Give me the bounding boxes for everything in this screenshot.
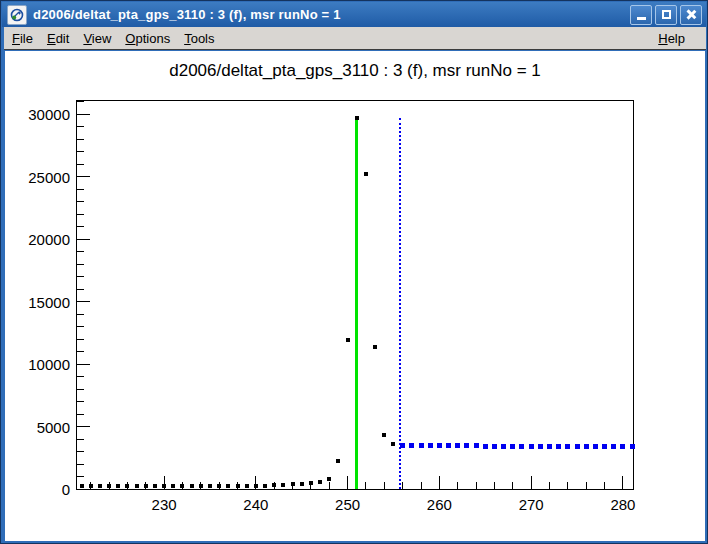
y-minor-tick — [77, 389, 84, 390]
x-tick-label: 230 — [136, 496, 192, 513]
y-minor-tick — [77, 164, 84, 165]
x-minor-tick — [604, 482, 605, 489]
y-major-tick — [77, 489, 90, 490]
histogram-data-point — [291, 482, 295, 486]
histogram-data-point — [373, 345, 377, 349]
post-first-good-bin-data-point — [556, 444, 561, 449]
post-first-good-bin-data-point — [501, 444, 506, 449]
histogram-data-point — [135, 484, 139, 488]
y-tick-label: 10000 — [8, 356, 70, 373]
histogram-data-point — [107, 484, 111, 488]
menubar: FileEditViewOptionsTools Help — [4, 27, 706, 50]
y-tick-label: 30000 — [8, 106, 70, 123]
histogram-data-point — [116, 484, 120, 488]
post-first-good-bin-data-point — [593, 444, 598, 449]
x-tick-label: 240 — [228, 496, 284, 513]
x-minor-tick — [549, 482, 550, 489]
histogram-data-point — [180, 484, 184, 488]
x-minor-tick — [329, 482, 330, 489]
post-first-good-bin-data-point — [400, 443, 405, 448]
histogram-data-point — [391, 442, 395, 446]
close-icon — [686, 9, 697, 20]
histogram-data-point — [125, 484, 129, 488]
y-minor-tick — [77, 151, 84, 152]
post-first-good-bin-data-point — [630, 444, 635, 449]
histogram-data-point — [217, 484, 221, 488]
root-canvas-window: d2006/deltat_pta_gps_3110 : 3 (f), msr r… — [0, 0, 708, 544]
post-first-good-bin-data-point — [602, 444, 607, 449]
x-major-tick — [622, 476, 623, 489]
post-first-good-bin-data-point — [529, 444, 534, 449]
y-major-tick — [77, 426, 90, 427]
close-button[interactable] — [680, 5, 702, 25]
x-major-tick — [347, 476, 348, 489]
y-minor-tick — [77, 339, 84, 340]
x-minor-tick — [402, 482, 403, 489]
x-tick-label: 250 — [320, 496, 376, 513]
menu-help[interactable]: Help — [658, 31, 685, 46]
y-minor-tick — [77, 189, 84, 190]
post-first-good-bin-data-point — [611, 444, 616, 449]
y-minor-tick — [77, 314, 84, 315]
histogram-data-point — [346, 338, 350, 342]
histogram-data-point — [300, 482, 304, 486]
histogram-data-point — [382, 433, 386, 437]
post-first-good-bin-data-point — [419, 443, 424, 448]
x-minor-tick — [586, 482, 587, 489]
y-minor-tick — [77, 276, 84, 277]
histogram-data-point — [318, 480, 322, 484]
y-minor-tick — [77, 264, 84, 265]
minimize-icon — [637, 17, 646, 20]
post-first-good-bin-data-point — [455, 443, 460, 448]
y-minor-tick — [77, 201, 84, 202]
y-major-tick — [77, 114, 90, 115]
y-minor-tick — [77, 439, 84, 440]
y-tick-label: 5000 — [8, 419, 70, 436]
y-minor-tick — [77, 214, 84, 215]
root-logo-icon — [7, 5, 27, 25]
menu-tools[interactable]: Tools — [184, 31, 214, 46]
menu-edit[interactable]: Edit — [47, 31, 69, 46]
plot-canvas[interactable]: d2006/deltat_pta_gps_3110 : 3 (f), msr r… — [5, 51, 705, 541]
histogram-data-point — [236, 484, 240, 488]
menu-view[interactable]: View — [83, 31, 111, 46]
t0-line — [355, 118, 358, 489]
y-minor-tick — [77, 326, 84, 327]
plot-area[interactable]: 2302402502602702800500010000150002000025… — [5, 51, 705, 541]
histogram-data-point — [309, 481, 313, 485]
y-minor-tick — [77, 464, 84, 465]
post-first-good-bin-data-point — [547, 444, 552, 449]
y-minor-tick — [77, 126, 84, 127]
y-tick-label: 20000 — [8, 231, 70, 248]
window-titlebar[interactable]: d2006/deltat_pta_gps_3110 : 3 (f), msr r… — [2, 2, 706, 27]
post-first-good-bin-data-point — [464, 443, 469, 448]
x-tick-label: 260 — [411, 496, 467, 513]
histogram-data-point — [245, 484, 249, 488]
y-minor-tick — [77, 401, 84, 402]
histogram-data-point — [98, 484, 102, 488]
x-minor-tick — [567, 482, 568, 489]
histogram-data-point — [226, 484, 230, 488]
y-minor-tick — [77, 226, 84, 227]
y-major-tick — [77, 364, 90, 365]
histogram-data-point — [254, 484, 258, 488]
menu-file[interactable]: File — [12, 31, 33, 46]
menubar-right: Help — [658, 31, 706, 46]
histogram-data-point — [162, 484, 166, 488]
y-tick-label: 15000 — [8, 294, 70, 311]
y-tick-label: 25000 — [8, 169, 70, 186]
maximize-button[interactable] — [655, 5, 677, 25]
y-minor-tick — [77, 101, 84, 102]
y-major-tick — [77, 301, 90, 302]
y-minor-tick — [77, 289, 84, 290]
menubar-left: FileEditViewOptionsTools — [4, 31, 658, 46]
menu-options[interactable]: Options — [125, 31, 170, 46]
x-minor-tick — [421, 482, 422, 489]
y-minor-tick — [77, 451, 84, 452]
x-tick-label: 280 — [595, 496, 651, 513]
x-minor-tick — [457, 482, 458, 489]
histogram-data-point — [355, 116, 359, 120]
minimize-button[interactable] — [630, 5, 652, 25]
post-first-good-bin-data-point — [584, 444, 589, 449]
post-first-good-bin-data-point — [483, 444, 488, 449]
